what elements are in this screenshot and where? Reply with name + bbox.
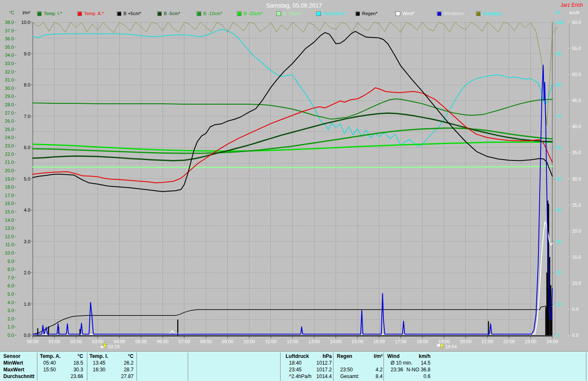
chart-plot-area[interactable]: 0.01.02.03.04.05.06.07.08.09.010.011.012… <box>0 0 588 351</box>
temp-tick-label: 38.0 <box>5 20 14 25</box>
time-tick-label: 05:00 <box>135 339 147 344</box>
temp-tick-label: 5.0 <box>8 292 14 297</box>
stat-cell: Durchschnitt <box>3 373 36 379</box>
series-regen <box>38 201 552 335</box>
temp-tick-label: 35.0 <box>5 45 14 50</box>
stat-cell: km/h <box>387 353 430 359</box>
temp-tick-label: 34.0 <box>5 53 14 58</box>
stat-cell: hPa <box>286 353 332 359</box>
humidity-tick-label: 20 <box>556 270 561 275</box>
wind-tick-label: 15.0 <box>572 255 581 260</box>
weather-app-window: Samstag, 05.08.2017 Jarz Erich °C l/m² %… <box>0 0 588 381</box>
horizon-icon <box>437 344 440 347</box>
stat-cell: 30.3 <box>40 367 83 373</box>
time-tick-label: 24:00 <box>546 339 558 344</box>
humidity-tick-label: 40 <box>556 208 561 213</box>
stat-cell: 14.5 <box>387 360 430 366</box>
temp-tick-label: 18.0 <box>5 184 14 189</box>
time-tick-label: 03:00 <box>92 339 104 344</box>
time-tick-label: 01:00 <box>49 339 60 344</box>
stat-cell: °C <box>40 353 83 359</box>
wind-tick-label: 40.0 <box>572 124 581 129</box>
stat-cell: MinWert <box>3 360 36 366</box>
rain-tick-label: 2.0 <box>24 270 30 275</box>
humidity-tick-label: 0 <box>556 333 559 338</box>
stat-cell: °C <box>89 353 134 359</box>
wind-tick-label: 30.0 <box>572 176 581 181</box>
rain-tick-label: 4.0 <box>24 208 30 213</box>
sun-marker-label: 18:54 <box>445 344 457 349</box>
rain-tick-label: 8.0 <box>24 82 30 87</box>
time-tick-label: 18:00 <box>417 339 428 344</box>
temp-tick-label: 26.0 <box>5 118 14 123</box>
wind-tick-label: 10.0 <box>572 281 581 286</box>
stat-cell: 26.2 <box>89 360 134 366</box>
temp-tick-label: 10.0 <box>5 250 14 255</box>
stats-table: SensorMinWertMaxWertDurchschnittTemp. A.… <box>0 351 588 381</box>
stat-cell: 23.66 <box>40 373 83 379</box>
table-divider <box>383 352 384 381</box>
time-tick-label: 14:00 <box>330 339 342 344</box>
temp-tick-label: 14.0 <box>5 218 14 223</box>
stat-cell: 0.6 <box>387 373 430 379</box>
temp-tick-label: 20.0 <box>5 168 14 173</box>
stat-cell: 27.87 <box>89 373 134 379</box>
temp-tick-label: 37.0 <box>5 28 14 33</box>
temp-tick-label: 25.0 <box>5 127 14 132</box>
temp-tick-label: 2.0 <box>8 316 14 321</box>
time-tick-label: 20:00 <box>460 339 472 344</box>
time-tick-label: 02:00 <box>70 339 82 344</box>
table-divider <box>586 352 586 381</box>
temp-tick-label: 27.0 <box>5 110 14 116</box>
stat-cell: 1017.2 <box>286 367 332 373</box>
temp-tick-label: 7.0 <box>8 275 14 280</box>
humidity-tick-label: 80 <box>556 82 561 87</box>
wind-tick-label: 55.0 <box>572 46 581 51</box>
temp-tick-label: 11.0 <box>5 242 14 247</box>
temp-tick-label: 8.0 <box>8 267 14 272</box>
table-divider <box>37 352 37 381</box>
horizon-icon <box>101 346 103 348</box>
table-divider <box>280 352 281 381</box>
temp-tick-label: 13.0 <box>5 226 14 231</box>
series-b-minus50 <box>33 166 552 168</box>
time-tick-label: 19:00 <box>438 339 450 344</box>
time-tick-label: 22:00 <box>503 339 515 344</box>
stat-cell: MaxWert <box>3 367 36 373</box>
time-tick-label: 08:00 <box>200 339 212 344</box>
stat-cell: l/m² <box>337 353 383 359</box>
stat-cell: 1014.4 <box>286 373 332 379</box>
wind-tick-label: 0.0 <box>572 333 578 338</box>
wind-tick-label: 50.0 <box>572 72 581 77</box>
table-divider <box>136 352 137 381</box>
rain-tick-label: 9.0 <box>24 51 30 56</box>
rain-tick-label: 0.0 <box>24 333 30 338</box>
gridlines <box>33 22 552 335</box>
time-tick-label: 00:00 <box>27 339 39 344</box>
humidity-tick-label: 70 <box>556 114 561 119</box>
rain-tick-label: 10.0 <box>21 20 30 25</box>
stat-cell: N-NO 36.8 <box>387 367 430 373</box>
temp-tick-label: 17.0 <box>5 193 14 198</box>
time-tick-label: 21:00 <box>482 339 494 344</box>
temp-tick-label: 31.0 <box>5 77 14 82</box>
rain-tick-label: 1.0 <box>24 302 30 307</box>
stat-cell: 18.5 <box>40 360 83 366</box>
time-tick-label: 09:00 <box>222 339 234 344</box>
wind-tick-label: 60.0 <box>572 20 581 25</box>
time-tick-label: 12:00 <box>287 339 299 344</box>
temp-tick-label: 9.0 <box>8 259 14 264</box>
sun-marker-1854: 18:54 <box>437 343 457 349</box>
temp-tick-label: 22.0 <box>5 152 14 157</box>
time-tick-label: 13:00 <box>308 339 320 344</box>
time-tick-label: 17:00 <box>395 339 407 344</box>
humidity-tick-label: 90 <box>556 51 561 56</box>
table-divider <box>87 352 87 381</box>
temp-tick-label: 32.0 <box>5 69 14 74</box>
humidity-tick-label: 100 <box>556 20 564 25</box>
time-tick-label: 06:00 <box>157 339 168 344</box>
temp-tick-label: 21.0 <box>5 160 14 165</box>
temp-tick-label: 1.0 <box>8 324 14 329</box>
stat-cell: 4.2 <box>337 367 383 373</box>
temp-tick-label: 24.0 <box>5 135 14 140</box>
